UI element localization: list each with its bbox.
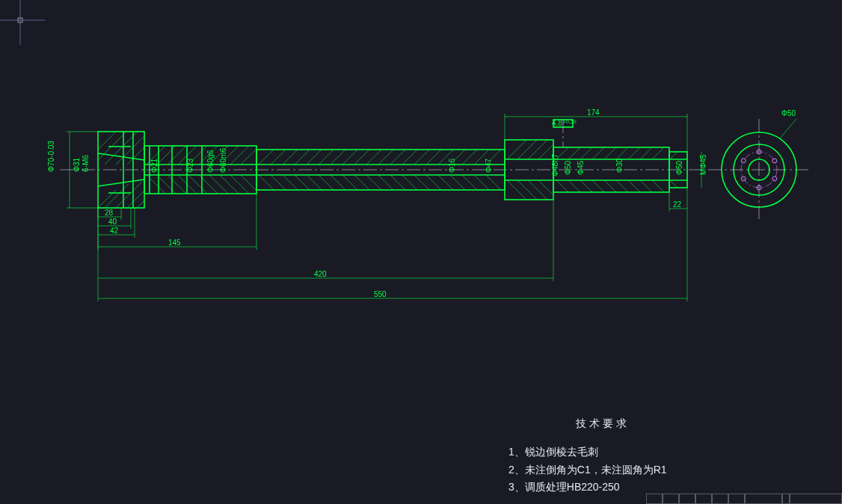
svg-line-66 — [426, 150, 441, 165]
svg-line-74 — [283, 175, 298, 190]
svg-line-86 — [426, 175, 441, 190]
svg-line-174 — [780, 119, 796, 138]
svg-line-114 — [517, 180, 537, 200]
svg-line-119 — [580, 180, 592, 192]
svg-line-69 — [462, 150, 477, 165]
svg-line-87 — [438, 175, 453, 190]
cad-canvas[interactable]: 28 40 42 145 420 550 — [0, 0, 842, 504]
svg-line-82 — [378, 175, 393, 190]
svg-line-124 — [640, 180, 652, 192]
dim-40: 40 — [98, 208, 131, 229]
svg-line-60 — [354, 150, 369, 165]
svg-line-106 — [592, 147, 604, 159]
svg-line-56 — [307, 150, 322, 165]
svg-line-108 — [616, 147, 628, 159]
svg-line-81 — [366, 175, 381, 190]
dim-phi21: Φ21 — [150, 158, 159, 173]
note-line-3: 3、调质处理HB220-250 — [508, 479, 667, 497]
svg-line-76 — [307, 175, 322, 190]
svg-line-41 — [168, 175, 186, 194]
svg-line-122 — [616, 180, 628, 192]
svg-line-58 — [331, 150, 345, 165]
svg-line-99 — [507, 140, 526, 159]
svg-text:22: 22 — [673, 200, 682, 209]
dim-22: 22 — [669, 188, 687, 212]
svg-line-6 — [98, 179, 144, 186]
dim-phi31: Φ31 — [73, 157, 81, 172]
svg-line-113 — [507, 180, 526, 200]
svg-line-54 — [283, 150, 298, 165]
notes-title: 技术要求 — [538, 415, 667, 433]
svg-line-48 — [241, 175, 256, 191]
svg-line-121 — [604, 180, 616, 192]
dim-mphi45: MΦ45 — [699, 154, 707, 175]
dim-phi16: Φ16 — [448, 158, 456, 173]
svg-line-118 — [568, 180, 580, 192]
status-cell[interactable] — [663, 494, 679, 504]
svg-point-173 — [741, 159, 746, 163]
svg-line-89 — [462, 175, 477, 190]
svg-line-16 — [98, 190, 116, 208]
svg-line-117 — [556, 180, 568, 192]
svg-line-111 — [652, 147, 664, 159]
svg-point-170 — [772, 176, 777, 181]
dim-phi60g6: Φ60g6 — [206, 150, 215, 173]
svg-line-120 — [592, 180, 604, 192]
origin-marker — [0, 0, 45, 45]
note-line-1: 1、锐边倒棱去毛刺 — [508, 443, 667, 461]
svg-line-17 — [105, 184, 129, 208]
svg-line-47 — [230, 175, 249, 194]
svg-line-14 — [116, 136, 144, 165]
dim-phi45a: Φ45 — [577, 160, 585, 175]
svg-line-63 — [390, 150, 405, 165]
dim-phi47: Φ47 — [485, 158, 493, 173]
svg-line-90 — [474, 175, 489, 190]
dim-420: 420 — [98, 200, 553, 281]
svg-line-53 — [271, 150, 286, 165]
status-cell[interactable] — [679, 494, 695, 504]
svg-line-107 — [604, 147, 616, 159]
dim-phi30: Φ30 — [615, 158, 624, 173]
svg-text:145: 145 — [168, 239, 181, 247]
status-cell[interactable] — [695, 494, 712, 504]
svg-line-61 — [366, 150, 381, 165]
svg-line-84 — [402, 175, 417, 190]
svg-line-57 — [319, 150, 334, 165]
svg-line-123 — [628, 180, 640, 192]
dim-phi23: Φ23 — [186, 158, 194, 173]
svg-line-75 — [295, 175, 310, 190]
status-cell[interactable] — [712, 494, 728, 504]
svg-point-169 — [772, 159, 777, 163]
svg-line-105 — [580, 147, 592, 159]
svg-line-101 — [528, 140, 547, 159]
svg-text:174: 174 — [587, 108, 600, 117]
status-cell[interactable] — [728, 494, 745, 504]
status-cell[interactable] — [782, 494, 790, 504]
svg-line-38 — [241, 149, 256, 165]
status-cell[interactable] — [745, 494, 782, 504]
svg-line-62 — [378, 150, 393, 165]
svg-text:Φ70-0.03: Φ70-0.03 — [47, 141, 55, 172]
svg-text:420: 420 — [314, 270, 327, 278]
dim-end-phi50: Φ50 — [781, 109, 796, 117]
dim-phi48: Φ48h7 — [551, 153, 559, 176]
svg-text:42: 42 — [110, 227, 119, 235]
svg-line-88 — [450, 175, 465, 190]
svg-line-126 — [670, 180, 677, 188]
status-cell[interactable] — [790, 494, 842, 504]
status-cell[interactable] — [646, 494, 663, 504]
svg-line-85 — [414, 175, 429, 190]
svg-line-43 — [188, 175, 207, 194]
svg-line-112 — [670, 152, 677, 159]
svg-line-100 — [517, 140, 537, 159]
svg-line-125 — [652, 180, 664, 192]
svg-line-30 — [157, 146, 176, 165]
svg-line-80 — [354, 175, 369, 190]
svg-line-78 — [331, 175, 345, 190]
svg-line-110 — [640, 147, 652, 159]
dim-phi60m6: Φ60m6 — [219, 148, 227, 173]
dim-phi50a: Φ50 — [564, 160, 572, 175]
svg-line-52 — [259, 150, 274, 165]
svg-line-104 — [568, 147, 580, 159]
svg-line-18 — [116, 182, 142, 208]
